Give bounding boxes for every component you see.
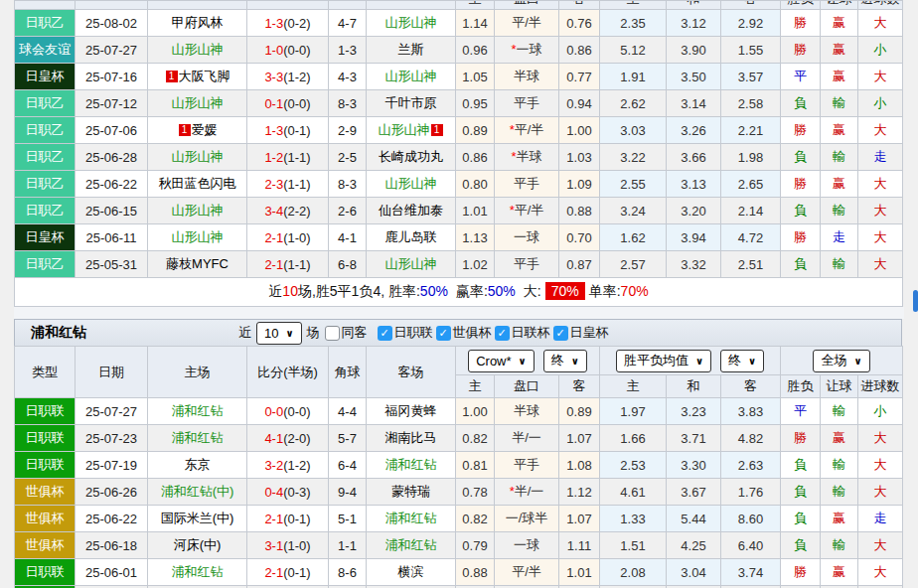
asian-home-odds: 0.95 xyxy=(456,90,495,117)
home-team[interactable]: 浦和红钻(中) xyxy=(148,479,247,506)
league-badge: 世俱杯 xyxy=(15,479,76,506)
away-team[interactable]: 横滨 xyxy=(367,559,456,586)
scope-select[interactable]: 全场∨ xyxy=(813,350,869,372)
home-team[interactable]: 浦和红钻 xyxy=(148,398,247,425)
corner: 8-6 xyxy=(329,559,367,586)
away-team[interactable]: 兰斯 xyxy=(367,37,456,64)
home-team[interactable]: 东京 xyxy=(148,452,247,479)
home-team[interactable]: 山形山神 xyxy=(148,37,247,64)
corner: 6-8 xyxy=(329,251,367,278)
header-home xyxy=(148,1,247,10)
header-corner: 角球 xyxy=(329,347,367,398)
away-team[interactable]: 山形山神 xyxy=(367,10,456,37)
home-team[interactable]: 浦和红钻 xyxy=(148,559,247,586)
corner: 4-7 xyxy=(329,10,367,37)
result-handicap: 赢 xyxy=(821,171,858,198)
result-goals: 大 xyxy=(858,559,903,586)
away-team[interactable]: 浦和红钻 xyxy=(367,532,456,559)
score: 3-3(1-2) xyxy=(247,64,329,90)
away-team[interactable]: 鹿儿岛联 xyxy=(367,224,456,251)
away-team[interactable]: 湘南比马 xyxy=(367,425,456,452)
league-checkbox[interactable]: ✓ xyxy=(495,326,510,341)
home-team[interactable]: 藤枝MYFC xyxy=(148,251,247,278)
league-filters: ✓日职联✓世俱杯✓日联杯✓日皇杯 xyxy=(376,324,610,342)
match-date: 25-06-26 xyxy=(76,479,148,506)
league-badge: 日皇杯 xyxy=(15,224,76,251)
result-wdl: 勝 xyxy=(781,10,821,37)
league-checkbox[interactable]: ✓ xyxy=(553,326,568,341)
league-checkbox[interactable]: ✓ xyxy=(378,326,392,341)
result-goals: 大 xyxy=(858,425,903,452)
asian-away-odds: 0.77 xyxy=(559,64,600,90)
home-team[interactable]: 山形山神 xyxy=(148,90,247,117)
away-team[interactable]: 蒙特瑞 xyxy=(367,479,456,506)
home-team[interactable]: 河床(中) xyxy=(148,532,247,559)
result-goals: 大 xyxy=(858,251,903,278)
header-euro-draw: 和 xyxy=(667,1,721,10)
corner: 2-9 xyxy=(329,117,367,144)
history-table-urawa: 类型 日期 主场 比分(半场) 角球 客场 Crow*∨ 终∨ 胜平负均值∨ 终… xyxy=(14,346,903,588)
corner: 6-4 xyxy=(329,452,367,479)
match-row: 世俱杯25-06-26浦和红钻(中)0-4(0-3)9-4蒙特瑞0.78*半/一… xyxy=(15,479,903,506)
odds-type-select[interactable]: 胜平负均值∨ xyxy=(616,350,711,372)
match-row: 日职乙25-08-02甲府风林1-3(0-2)4-7山形山神1.14平/半0.7… xyxy=(15,10,903,37)
result-goals: 大 xyxy=(858,117,903,144)
stats-summary: 近10场,胜5平1负4, 胜率:50%赢率:50%大:70%单率:70% xyxy=(15,278,903,307)
away-team[interactable]: 浦和红钻 xyxy=(367,452,456,479)
match-row: 日职乙25-06-28山形山神1-2(1-1)2-5长崎成功丸0.86*半球1.… xyxy=(15,144,903,171)
match-date: 25-06-15 xyxy=(76,198,148,224)
away-team[interactable]: 山形山神 xyxy=(367,64,456,90)
euro-draw-odds: 3.14 xyxy=(667,90,721,117)
result-goals: 大 xyxy=(858,452,903,479)
home-team[interactable]: 1大阪飞脚 xyxy=(148,64,247,90)
league-badge: 日职联 xyxy=(15,452,76,479)
header-hcp-result: 让球 xyxy=(821,1,858,10)
home-team[interactable]: 1爱媛 xyxy=(148,117,247,144)
bookmaker-select[interactable]: Crow*∨ xyxy=(468,350,535,372)
away-team[interactable]: 仙台维加泰 xyxy=(367,198,456,224)
league-checkbox[interactable]: ✓ xyxy=(436,326,451,341)
result-goals: 走 xyxy=(858,144,903,171)
euro-draw-odds: 3.67 xyxy=(667,479,721,506)
asian-home-odds: 0.88 xyxy=(456,559,495,586)
euro-home-odds: 2.53 xyxy=(600,452,667,479)
league-badge: 日职乙 xyxy=(15,90,76,117)
header-euro-home: 主 xyxy=(600,375,667,398)
euro-draw-odds: 3.04 xyxy=(667,559,721,586)
away-team[interactable]: 山形山神 xyxy=(367,171,456,198)
same-venue-checkbox[interactable] xyxy=(325,326,340,341)
asian-away-odds: 1.07 xyxy=(559,506,600,532)
header-type: 类型 xyxy=(15,347,76,398)
bookmaker-state-select[interactable]: 终∨ xyxy=(543,350,587,372)
home-team[interactable]: 秋田蓝色闪电 xyxy=(148,171,247,198)
home-team[interactable]: 国际米兰(中) xyxy=(148,506,247,532)
asian-handicap: 平/半 xyxy=(495,559,559,586)
match-row: 日职乙25-05-31藤枝MYFC2-1(1-1)6-8山形山神1.02平手0.… xyxy=(15,251,903,278)
score: 1-2(1-1) xyxy=(247,144,329,171)
away-team[interactable]: 山形山神1 xyxy=(367,117,456,144)
euro-draw-odds: 3.66 xyxy=(667,144,721,171)
scrollbar-thumb[interactable] xyxy=(913,290,918,312)
home-team[interactable]: 山形山神 xyxy=(148,144,247,171)
section-divider xyxy=(14,307,904,319)
euro-odds-group: 胜平负均值∨ 终∨ xyxy=(600,347,781,375)
away-team[interactable]: 浦和红钻 xyxy=(367,506,456,532)
away-team[interactable]: 福冈黄蜂 xyxy=(367,398,456,425)
score: 0-1(0-0) xyxy=(247,90,329,117)
euro-away-odds: 3.57 xyxy=(721,64,781,90)
home-team[interactable]: 甲府风林 xyxy=(148,10,247,37)
home-team[interactable]: 山形山神 xyxy=(148,224,247,251)
chevron-down-icon: ∨ xyxy=(853,356,861,367)
result-handicap: 赢 xyxy=(821,559,858,586)
away-team[interactable]: 千叶市原 xyxy=(367,90,456,117)
result-goals: 大 xyxy=(858,64,903,90)
away-team[interactable]: 山形山神 xyxy=(367,251,456,278)
odds-state-select[interactable]: 终∨ xyxy=(720,350,764,372)
home-team[interactable]: 浦和红钻 xyxy=(148,425,247,452)
recent-count-select[interactable]: 10∨ xyxy=(256,322,302,345)
home-team[interactable]: 山形山神 xyxy=(148,198,247,224)
header-away xyxy=(367,1,456,10)
asian-handicap: 平手 xyxy=(495,251,559,278)
away-team[interactable]: 长崎成功丸 xyxy=(367,144,456,171)
asian-home-odds: 1.00 xyxy=(456,398,495,425)
